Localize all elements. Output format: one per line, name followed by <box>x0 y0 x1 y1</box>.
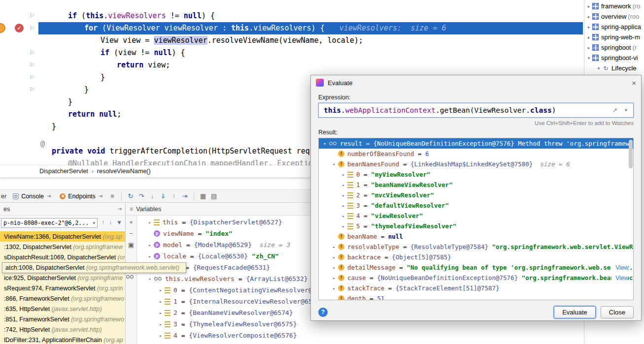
stack-frame-row[interactable]: ice:925, DispatcherServlet (org.springfr… <box>0 273 126 283</box>
frames-list[interactable]: ViewName:1366, DispatcherServlet (org.sp… <box>0 231 126 344</box>
view-link[interactable]: View <box>611 273 628 283</box>
duplicate-watch-icon[interactable]: ▣ <box>126 241 136 249</box>
chevron-icon[interactable]: ▸ <box>146 220 154 225</box>
breadcrumb-class[interactable]: DispatcherServlet <box>39 168 88 175</box>
maven-item[interactable]: ▸springboot (r <box>584 42 644 53</box>
stack-frame-row[interactable]: :866, FrameworkServlet (org.springframew… <box>0 293 126 304</box>
stack-frame-row[interactable]: :851, FrameworkServlet (org.springframew… <box>0 314 126 324</box>
chevron-icon[interactable]: ▾ <box>146 277 154 281</box>
result-row[interactable]: fnumberOfBeansFound = 6 <box>319 149 633 159</box>
help-icon[interactable]: ? <box>318 308 328 317</box>
code-line[interactable]: if (this.viewResolvers != null) { <box>0 10 583 22</box>
chevron-icon[interactable]: ▸ <box>585 35 592 40</box>
close-button[interactable]: Close <box>601 306 634 318</box>
bookmark-icon[interactable]: ⚐ <box>29 12 35 19</box>
result-row[interactable]: ▸0 = "myViewResolver" <box>319 169 633 180</box>
chevron-icon[interactable]: ▸ <box>339 172 347 177</box>
chevron-icon[interactable]: ▸ <box>339 224 347 229</box>
chevron-icon[interactable]: ▸ <box>339 183 347 188</box>
stack-frame-row[interactable]: :742, HttpServlet (javax.servlet.http) <box>0 324 126 335</box>
result-row[interactable]: ▾fbeanNamesFound = {LinkedHashMap$Linked… <box>319 159 633 169</box>
hamburger-menu-icon[interactable]: ≡ <box>107 192 118 200</box>
show-execution-point-icon[interactable]: ↻ <box>125 192 136 200</box>
result-row[interactable]: fdepth = 51 <box>319 293 633 300</box>
code-line[interactable]: View view = viewResolver.resolveViewName… <box>0 34 583 47</box>
code-line[interactable]: return view; <box>0 59 583 71</box>
thread-selector[interactable]: p-nio-8080-exec-2"@6,2... ▾ <box>1 218 98 228</box>
chevron-icon[interactable]: ▸ <box>330 286 338 291</box>
maven-item[interactable]: ▾↻Lifecycle <box>584 63 644 73</box>
step-into-icon[interactable]: ↓ <box>147 192 158 200</box>
layout-settings-icon[interactable]: ▤ <box>208 192 219 200</box>
expand-icon[interactable]: ↗ <box>612 103 617 117</box>
chevron-icon[interactable]: ▸ <box>157 311 165 315</box>
chevron-icon[interactable]: ▸ <box>585 45 592 50</box>
maven-item[interactable]: ▸spring-applica <box>584 22 644 32</box>
result-tree[interactable]: ▾result = {NoUniqueBeanDefinitionExcepti… <box>318 138 634 300</box>
variable-row[interactable]: ▸5 = {InternalResourceViewResolver@6577} <box>137 341 583 344</box>
chevron-icon[interactable]: ▾ <box>595 66 602 71</box>
chevron-icon[interactable]: ▸ <box>157 322 165 327</box>
view-link[interactable]: View <box>611 262 628 273</box>
tab-console[interactable]: Console ⇥ <box>8 190 55 202</box>
chevron-icon[interactable]: ▾ <box>321 141 329 146</box>
menu-icon[interactable]: ≡ <box>130 206 133 213</box>
watch-glasses-icon[interactable] <box>126 274 136 280</box>
result-row[interactable]: ▸4 = "viewResolver" <box>319 211 633 221</box>
chevron-icon[interactable]: ▸ <box>146 254 154 259</box>
chevron-icon[interactable]: ▸ <box>330 245 338 250</box>
result-row[interactable]: ▸5 = "thymeleafViewResolver" <box>319 221 633 231</box>
chevron-icon[interactable]: ▸ <box>157 333 165 338</box>
breakpoint-icon[interactable]: ✓ <box>15 24 24 32</box>
chevron-icon[interactable]: ▸ <box>146 243 154 248</box>
chevron-icon[interactable]: ▸ <box>585 4 592 9</box>
view-as-table-icon[interactable]: ▦ <box>198 192 208 200</box>
chevron-icon[interactable]: ▸ <box>339 203 347 208</box>
filter-icon[interactable]: ▼ <box>116 219 122 226</box>
chevron-icon[interactable]: ▾ <box>330 162 338 167</box>
maven-item[interactable]: ▸spring-web-m <box>584 32 644 42</box>
evaluate-button[interactable]: Evaluate <box>554 306 596 318</box>
result-row[interactable]: ▸2 = "mvcViewResolver" <box>319 190 633 200</box>
bookmark-icon[interactable]: ⚐ <box>29 62 35 68</box>
scrollbar-thumb[interactable] <box>629 140 633 168</box>
chevron-icon[interactable]: ▸ <box>339 193 347 198</box>
chevron-icon[interactable]: ▸ <box>330 265 338 270</box>
result-row[interactable]: ▸fresolvableType = {ResolvableType@7584}… <box>319 242 633 252</box>
result-row[interactable]: ▸1 = "beanNameViewResolver" <box>319 180 633 190</box>
tab-endpoints[interactable]: Endpoints ⇥ <box>55 190 107 202</box>
frames-header-icon[interactable]: ⇥ <box>117 206 122 212</box>
maven-tree[interactable]: ▸framework (ro▸overview (roo▸spring-appl… <box>584 1 644 73</box>
chevron-icon[interactable]: ▸ <box>585 14 592 19</box>
run-to-cursor-icon[interactable]: ⇥ <box>179 192 190 200</box>
dialog-titlebar[interactable]: Evaluate × <box>311 75 641 90</box>
execution-line[interactable]: for (ViewResolver viewResolver : this.vi… <box>0 22 583 34</box>
variable-row[interactable]: ▸4 = {ViewResolverComposite@6576} <box>137 330 583 341</box>
result-row[interactable]: ▸fstackTrace = {StackTraceElement[51]@75… <box>319 283 633 293</box>
result-row[interactable]: ▸fcause = {NoUniqueBeanDefinitionExcepti… <box>319 273 633 283</box>
stack-frame-row[interactable]: :1302, DispatcherServlet (org.springfram… <box>0 242 126 252</box>
result-row[interactable]: ▾result = {NoUniqueBeanDefinitionExcepti… <box>319 138 633 149</box>
chevron-icon[interactable]: ▾ <box>585 56 592 61</box>
bookmark-icon[interactable]: ⚐ <box>29 74 35 81</box>
bookmark-icon[interactable]: ⚐ <box>29 86 35 93</box>
result-row[interactable]: fbeanName = null <box>319 231 633 242</box>
chevron-icon[interactable]: ▸ <box>330 276 338 281</box>
stack-frame-row[interactable]: sRequest:974, FrameworkServlet (org.spri… <box>0 283 126 293</box>
force-step-into-icon[interactable]: ⇓ <box>158 192 169 200</box>
result-row[interactable]: ▸fdetailMessage = "No qualifying bean of… <box>319 262 633 273</box>
stack-frame-row[interactable]: lDoFilter:231, ApplicationFilterChain (o… <box>0 335 126 344</box>
remove-watch-icon[interactable]: − <box>126 230 136 237</box>
add-watch-icon[interactable]: + <box>126 219 136 226</box>
maven-item[interactable]: ▸overview (roo <box>584 11 644 22</box>
chevron-icon[interactable]: ▸ <box>330 255 338 260</box>
expression-input[interactable]: this.webApplicationContext.getBean(ViewR… <box>318 103 634 118</box>
code-line[interactable]: if (view != null) { <box>0 47 583 59</box>
breadcrumb-method[interactable]: resolveViewName() <box>97 168 151 175</box>
bookmark-icon[interactable]: ⚐ <box>29 25 35 31</box>
chevron-icon[interactable]: ▸ <box>585 25 592 30</box>
chevron-icon[interactable]: ▸ <box>157 299 165 304</box>
move-down-icon[interactable]: ↓ <box>109 219 112 226</box>
stack-frame-row[interactable]: :635, HttpServlet (javax.servlet.http) <box>0 304 126 314</box>
stack-frame-row[interactable]: ViewName:1366, DispatcherServlet (org.sp <box>0 231 126 242</box>
